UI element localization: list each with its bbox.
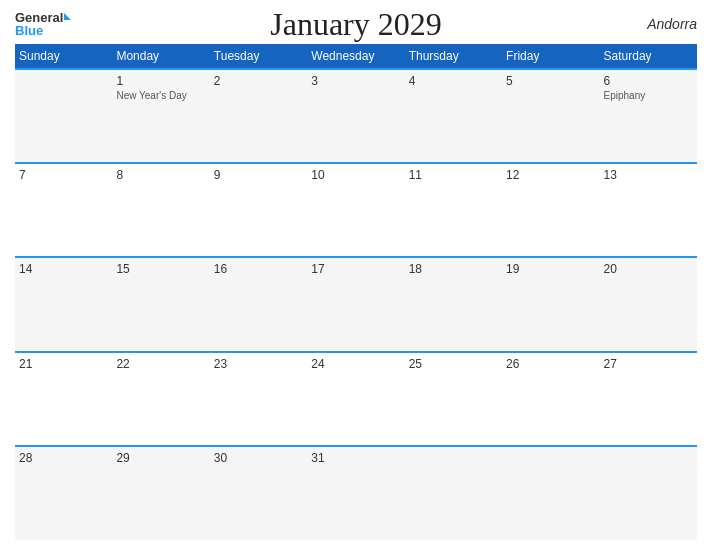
day-number: 16 [214, 262, 303, 276]
calendar-cell [405, 446, 502, 540]
weekday-header-thursday: Thursday [405, 44, 502, 69]
weekday-header-row: SundayMondayTuesdayWednesdayThursdayFrid… [15, 44, 697, 69]
logo-triangle-icon [64, 13, 71, 20]
country-label: Andorra [647, 16, 697, 32]
day-number: 5 [506, 74, 595, 88]
day-number: 28 [19, 451, 108, 465]
calendar-cell: 8 [112, 163, 209, 257]
calendar-cell: 15 [112, 257, 209, 351]
calendar-cell: 3 [307, 69, 404, 163]
day-number: 18 [409, 262, 498, 276]
day-number: 27 [604, 357, 693, 371]
calendar-cell: 31 [307, 446, 404, 540]
calendar-week-row: 1New Year's Day23456Epiphany [15, 69, 697, 163]
calendar-container: General Blue January 2029 Andorra Sunday… [0, 0, 712, 550]
logo: General Blue [15, 10, 71, 38]
calendar-cell: 21 [15, 352, 112, 446]
calendar-cell: 29 [112, 446, 209, 540]
day-number: 13 [604, 168, 693, 182]
day-number: 8 [116, 168, 205, 182]
day-number: 12 [506, 168, 595, 182]
calendar-cell: 22 [112, 352, 209, 446]
day-number: 17 [311, 262, 400, 276]
weekday-header-sunday: Sunday [15, 44, 112, 69]
day-number: 25 [409, 357, 498, 371]
calendar-cell: 4 [405, 69, 502, 163]
day-number: 2 [214, 74, 303, 88]
day-number: 20 [604, 262, 693, 276]
day-number: 24 [311, 357, 400, 371]
calendar-cell: 18 [405, 257, 502, 351]
calendar-cell: 26 [502, 352, 599, 446]
calendar-cell: 19 [502, 257, 599, 351]
day-number: 15 [116, 262, 205, 276]
calendar-cell: 2 [210, 69, 307, 163]
day-number: 14 [19, 262, 108, 276]
day-number: 31 [311, 451, 400, 465]
calendar-week-row: 28293031 [15, 446, 697, 540]
calendar-cell: 20 [600, 257, 697, 351]
day-number: 23 [214, 357, 303, 371]
calendar-cell: 5 [502, 69, 599, 163]
calendar-cell: 24 [307, 352, 404, 446]
weekday-header-monday: Monday [112, 44, 209, 69]
holiday-label: Epiphany [604, 90, 693, 101]
calendar-week-row: 14151617181920 [15, 257, 697, 351]
weekday-header-saturday: Saturday [600, 44, 697, 69]
weekday-header-friday: Friday [502, 44, 599, 69]
calendar-cell [600, 446, 697, 540]
calendar-cell: 6Epiphany [600, 69, 697, 163]
calendar-cell: 25 [405, 352, 502, 446]
calendar-cell: 30 [210, 446, 307, 540]
calendar-cell: 14 [15, 257, 112, 351]
day-number: 22 [116, 357, 205, 371]
calendar-cell: 1New Year's Day [112, 69, 209, 163]
calendar-cell: 7 [15, 163, 112, 257]
day-number: 10 [311, 168, 400, 182]
weekday-header-tuesday: Tuesday [210, 44, 307, 69]
holiday-label: New Year's Day [116, 90, 205, 101]
day-number: 9 [214, 168, 303, 182]
calendar-cell: 11 [405, 163, 502, 257]
day-number: 29 [116, 451, 205, 465]
calendar-cell: 27 [600, 352, 697, 446]
calendar-week-row: 21222324252627 [15, 352, 697, 446]
calendar-cell: 9 [210, 163, 307, 257]
day-number: 3 [311, 74, 400, 88]
day-number: 4 [409, 74, 498, 88]
calendar-header: General Blue January 2029 Andorra [15, 10, 697, 38]
day-number: 21 [19, 357, 108, 371]
day-number: 30 [214, 451, 303, 465]
day-number: 26 [506, 357, 595, 371]
month-title: January 2029 [270, 6, 442, 43]
calendar-week-row: 78910111213 [15, 163, 697, 257]
calendar-cell: 13 [600, 163, 697, 257]
calendar-cell [502, 446, 599, 540]
calendar-cell: 12 [502, 163, 599, 257]
day-number: 7 [19, 168, 108, 182]
calendar-cell: 28 [15, 446, 112, 540]
calendar-cell: 16 [210, 257, 307, 351]
day-number: 6 [604, 74, 693, 88]
weekday-header-wednesday: Wednesday [307, 44, 404, 69]
calendar-cell [15, 69, 112, 163]
day-number: 1 [116, 74, 205, 88]
calendar-cell: 17 [307, 257, 404, 351]
logo-blue-text: Blue [15, 23, 43, 38]
calendar-cell: 23 [210, 352, 307, 446]
calendar-cell: 10 [307, 163, 404, 257]
day-number: 19 [506, 262, 595, 276]
day-number: 11 [409, 168, 498, 182]
calendar-table: SundayMondayTuesdayWednesdayThursdayFrid… [15, 44, 697, 540]
